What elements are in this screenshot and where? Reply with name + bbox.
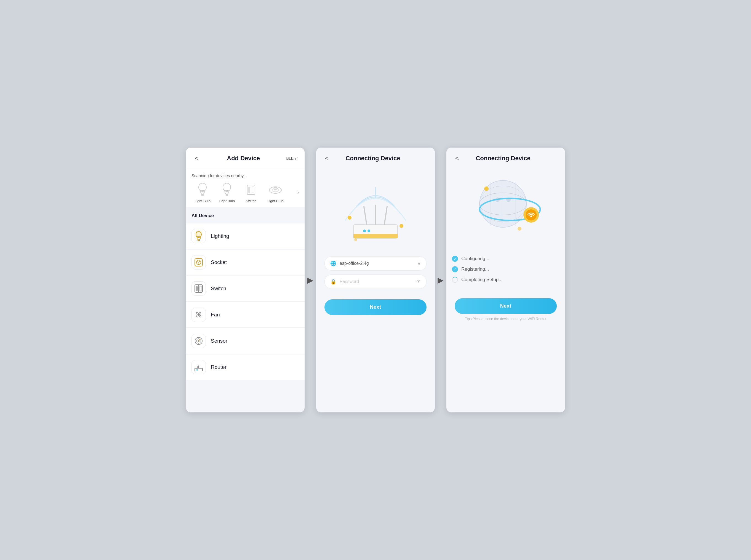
- scan-devices-row: Light Bulb Light Bulb Switch: [192, 182, 299, 203]
- wifi-network-field[interactable]: 🌐 esp-office-2.4g ∨: [324, 256, 427, 271]
- add-device-screen: < Add Device BLE ⇄ Scanning for devices …: [186, 147, 304, 413]
- scan-device-icon-2: [243, 182, 259, 197]
- svg-rect-27: [196, 286, 198, 291]
- globe-illustration: [467, 174, 545, 245]
- connect-header-1: < Connecting Device: [316, 147, 435, 168]
- status-label-0: Configuring...: [461, 256, 489, 261]
- scan-section: Scanning for devices nearby... Light Bul…: [186, 168, 304, 207]
- scan-device-label-0: Light Bulb: [195, 199, 211, 203]
- connect-header-2: < Connecting Device: [447, 147, 565, 168]
- scan-chevron-icon[interactable]: ›: [297, 189, 299, 196]
- svg-point-51: [348, 216, 352, 220]
- add-device-title: Add Device: [201, 155, 286, 162]
- wifi-password-field[interactable]: 🔒 Password 👁: [324, 275, 427, 289]
- router-icon-wrap: [192, 360, 206, 374]
- device-category-lighting[interactable]: Lighting: [186, 223, 304, 249]
- device-category-switch[interactable]: Switch: [186, 276, 304, 301]
- check-icon-0: ✓: [452, 256, 458, 262]
- ble-badge[interactable]: BLE ⇄: [286, 156, 298, 161]
- scan-device-label-2: Switch: [246, 199, 256, 203]
- switch-icon-wrap: [192, 281, 206, 296]
- svg-rect-28: [199, 286, 202, 291]
- router-label: Router: [211, 364, 226, 370]
- arrow-2: ▶: [438, 276, 443, 285]
- svg-line-50: [384, 207, 387, 224]
- device-category-list: Lighting Socket: [186, 223, 304, 380]
- connect-title-1: Connecting Device: [331, 155, 415, 162]
- scan-device-label-3: Light Bulb: [268, 199, 283, 203]
- svg-point-52: [399, 224, 403, 228]
- ble-label: BLE: [286, 156, 294, 161]
- back-button[interactable]: <: [193, 154, 201, 163]
- socket-icon-wrap: [192, 255, 206, 269]
- svg-point-41: [196, 369, 197, 371]
- device-category-router[interactable]: Router: [186, 355, 304, 380]
- scan-label: Scanning for devices nearby...: [192, 173, 299, 178]
- scan-device-3[interactable]: Light Bulb: [264, 182, 286, 203]
- ble-icon: ⇄: [295, 156, 298, 161]
- wifi-form: 🌐 esp-office-2.4g ∨ 🔒 Password 👁 Next: [324, 256, 427, 315]
- svg-point-24: [198, 262, 199, 263]
- svg-rect-8: [248, 187, 250, 193]
- device-category-fan[interactable]: Fan: [186, 302, 304, 328]
- scan-device-label-1: Light Bulb: [219, 199, 235, 203]
- svg-point-66: [530, 216, 532, 217]
- spinner-icon: [452, 277, 458, 283]
- svg-point-42: [197, 369, 198, 371]
- svg-point-12: [273, 187, 278, 189]
- svg-line-23: [199, 261, 200, 262]
- wifi-lock-icon: 🔒: [330, 279, 336, 285]
- check-icon-1: ✓: [452, 266, 458, 272]
- all-device-section: All Device: [186, 209, 304, 221]
- wifi-dropdown-icon[interactable]: ∨: [417, 261, 421, 266]
- svg-point-46: [363, 229, 366, 232]
- switch-label: Switch: [211, 285, 226, 292]
- fan-label: Fan: [211, 312, 220, 318]
- scan-device-0[interactable]: Light Bulb: [192, 182, 214, 203]
- scan-device-icon-0: [195, 182, 210, 197]
- router-illustration: [334, 171, 417, 248]
- device-category-sensor[interactable]: Sensor: [186, 328, 304, 354]
- connect-back-2[interactable]: <: [453, 154, 461, 163]
- svg-point-3: [223, 183, 231, 192]
- scan-device-1[interactable]: Light Bulb: [216, 182, 238, 203]
- status-label-1: Registering...: [461, 266, 489, 272]
- socket-label: Socket: [211, 259, 227, 265]
- device-category-socket[interactable]: Socket: [186, 249, 304, 275]
- status-label-2: Completing Setup...: [461, 277, 502, 282]
- wifi-eye-icon[interactable]: 👁: [416, 279, 421, 284]
- fan-icon-wrap: [192, 307, 206, 322]
- svg-rect-9: [252, 187, 254, 193]
- connect-back-1[interactable]: <: [323, 154, 331, 163]
- status-configuring: ✓ Configuring...: [452, 254, 559, 264]
- lighting-label: Lighting: [211, 233, 229, 239]
- all-device-title: All Device: [192, 213, 299, 219]
- scan-device-icon-1: [219, 182, 235, 197]
- next-button-1[interactable]: Next: [324, 299, 427, 315]
- next-section: Next Tips:Please place the device near y…: [447, 292, 565, 324]
- wifi-globe-icon: 🌐: [330, 260, 336, 266]
- svg-point-47: [368, 229, 370, 232]
- add-device-header: < Add Device BLE ⇄: [186, 147, 304, 168]
- connecting-device-screen1: < Connecting Device: [316, 147, 435, 413]
- svg-rect-45: [353, 234, 398, 238]
- status-registering: ✓ Registering...: [452, 264, 559, 275]
- svg-line-18: [201, 232, 201, 232]
- svg-point-67: [484, 186, 489, 191]
- next-button-2[interactable]: Next: [455, 298, 557, 314]
- status-list: ✓ Configuring... ✓ Registering... Comple…: [447, 254, 565, 285]
- svg-line-19: [196, 232, 197, 232]
- svg-point-0: [199, 183, 206, 192]
- scan-device-icon-3: [268, 182, 283, 197]
- connect-body-1: 🌐 esp-office-2.4g ∨ 🔒 Password 👁 Next: [316, 168, 435, 323]
- connecting-device-screen2: < Connecting Device: [447, 147, 565, 413]
- svg-point-65: [526, 209, 537, 220]
- tips-text: Tips:Please place the device near your W…: [455, 317, 557, 321]
- connect-title-2: Connecting Device: [461, 155, 545, 162]
- scan-device-2[interactable]: Switch: [240, 182, 262, 203]
- wifi-password-input[interactable]: Password: [340, 279, 413, 284]
- status-completing: Completing Setup...: [452, 275, 559, 285]
- svg-line-48: [364, 207, 367, 224]
- svg-line-22: [198, 261, 198, 262]
- lighting-icon-wrap: [192, 229, 206, 243]
